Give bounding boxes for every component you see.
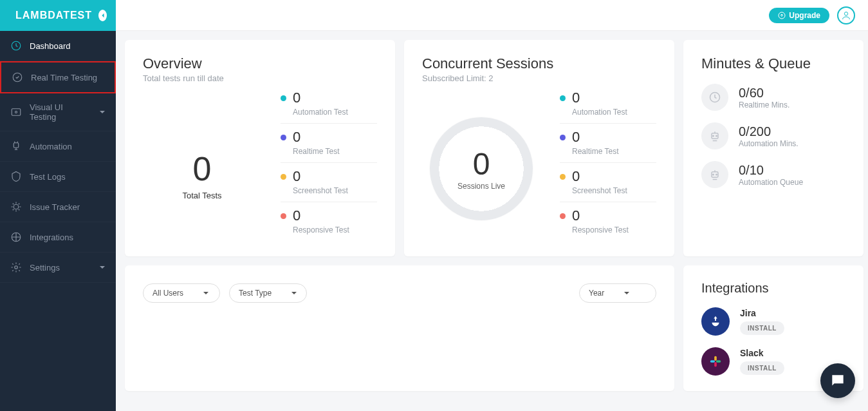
queue-icon bbox=[701, 161, 728, 188]
metric-dot bbox=[560, 135, 566, 140]
metric-value: 0 bbox=[293, 90, 300, 106]
upgrade-icon bbox=[778, 12, 786, 19]
metric-value: 0 bbox=[572, 129, 580, 146]
jira-icon bbox=[701, 307, 730, 336]
svg-rect-19 bbox=[714, 362, 717, 367]
sidebar-item-label: Dashboard bbox=[30, 41, 71, 51]
sidebar-item-dashboard[interactable]: Dashboard bbox=[0, 31, 116, 61]
chat-fab[interactable] bbox=[820, 363, 855, 398]
sidebar-item-visual-ui[interactable]: Visual UI Testing bbox=[0, 93, 116, 131]
svg-point-13 bbox=[716, 135, 717, 137]
minutes-item-automation: 0/200 Automation Mins. bbox=[701, 122, 845, 149]
minutes-label: Automation Queue bbox=[739, 178, 803, 187]
metric-screenshot: 0 Screenshot Test bbox=[281, 168, 377, 202]
minutes-item-queue: 0/10 Automation Queue bbox=[701, 161, 845, 188]
chat-icon bbox=[829, 372, 846, 389]
integration-name: Slack bbox=[740, 348, 784, 358]
metric-dot bbox=[560, 174, 566, 180]
chevron-down-icon bbox=[623, 290, 630, 296]
sidebar-item-test-logs[interactable]: Test Logs bbox=[0, 162, 116, 192]
metric-label: Realtime Test bbox=[572, 147, 656, 156]
svg-rect-18 bbox=[710, 360, 715, 363]
sidebar-item-label: Visual UI Testing bbox=[30, 102, 91, 122]
metric-responsive: 0 Responsive Test bbox=[281, 207, 377, 241]
metric-label: Screenshot Test bbox=[293, 186, 377, 195]
metric-dot bbox=[281, 95, 286, 101]
minutes-item-realtime: 0/60 Realtime Mins. bbox=[701, 84, 845, 111]
sidebar-item-label: Real Time Testing bbox=[31, 73, 97, 82]
metric-value: 0 bbox=[293, 168, 300, 185]
metric-dot bbox=[281, 135, 286, 140]
minutes-card: Minutes & Queue 0/60 Realtime Mins. 0/20… bbox=[683, 40, 863, 256]
topbar: Upgrade bbox=[116, 0, 868, 31]
sidebar-item-automation[interactable]: Automation bbox=[0, 131, 116, 162]
sidebar-collapse-icon[interactable] bbox=[98, 10, 107, 21]
metric-realtime: 0 Realtime Test bbox=[281, 129, 377, 163]
donut-value: 0 bbox=[473, 146, 490, 182]
metric-value: 0 bbox=[293, 207, 300, 224]
metric-dot bbox=[560, 213, 566, 219]
sidebar-item-issue-tracker[interactable]: Issue Tracker bbox=[0, 192, 116, 222]
realtime-icon bbox=[12, 72, 23, 83]
robot-icon bbox=[701, 122, 728, 149]
install-button-slack[interactable]: INSTALL bbox=[740, 361, 784, 375]
filter-users-label: All Users bbox=[152, 289, 183, 298]
metric-dot bbox=[560, 95, 566, 101]
minutes-value: 0/10 bbox=[739, 163, 803, 178]
dashboard-icon bbox=[10, 40, 22, 52]
svg-point-7 bbox=[15, 266, 18, 269]
metric-automation: 0 Automation Test bbox=[560, 90, 656, 124]
filter-users[interactable]: All Users bbox=[143, 283, 220, 303]
upgrade-label: Upgrade bbox=[789, 11, 820, 20]
metric-dot bbox=[281, 213, 286, 219]
concurrent-title: Concurrent Sessions bbox=[422, 55, 656, 72]
issue-tracker-icon bbox=[10, 201, 22, 213]
overview-subtitle: Total tests run till date bbox=[143, 73, 377, 83]
sidebar-item-integrations[interactable]: Integrations bbox=[0, 222, 116, 253]
metric-dot bbox=[281, 174, 286, 180]
integrations-title: Integrations bbox=[701, 281, 845, 296]
overview-total: 0 Total Tests bbox=[143, 90, 261, 241]
overview-total-label: Total Tests bbox=[182, 191, 221, 200]
metric-label: Automation Test bbox=[572, 108, 656, 117]
svg-point-3 bbox=[15, 111, 17, 113]
concurrent-metrics: 0 Automation Test 0 Realtime Test 0 Scre… bbox=[560, 90, 656, 241]
metric-label: Automation Test bbox=[293, 108, 377, 117]
svg-point-12 bbox=[713, 135, 714, 137]
svg-point-5 bbox=[14, 204, 19, 209]
sidebar-item-realtime[interactable]: Real Time Testing bbox=[0, 61, 116, 93]
metric-responsive: 0 Responsive Test bbox=[560, 207, 656, 241]
user-avatar[interactable] bbox=[837, 6, 855, 24]
sidebar: LAMBDATEST Dashboard Real Time Testing V… bbox=[0, 0, 116, 411]
svg-rect-20 bbox=[716, 360, 721, 363]
metric-value: 0 bbox=[572, 207, 580, 224]
overview-card: Overview Total tests run till date 0 Tot… bbox=[125, 40, 395, 256]
svg-point-15 bbox=[713, 174, 714, 175]
filter-year-label: Year bbox=[589, 289, 604, 298]
brand-header: LAMBDATEST bbox=[0, 0, 116, 31]
sidebar-item-label: Issue Tracker bbox=[30, 202, 80, 212]
chevron-down-icon bbox=[99, 263, 106, 272]
sidebar-item-settings[interactable]: Settings bbox=[0, 253, 116, 283]
filter-test-type[interactable]: Test Type bbox=[229, 283, 307, 303]
metric-value: 0 bbox=[293, 129, 300, 146]
filter-card: All Users Test Type Year bbox=[125, 265, 674, 391]
install-button-jira[interactable]: INSTALL bbox=[740, 321, 784, 335]
overview-total-value: 0 bbox=[193, 149, 212, 188]
upgrade-button[interactable]: Upgrade bbox=[769, 8, 829, 23]
sidebar-item-label: Test Logs bbox=[30, 172, 66, 182]
svg-rect-2 bbox=[12, 109, 21, 116]
minutes-title: Minutes & Queue bbox=[701, 55, 845, 72]
sidebar-item-label: Automation bbox=[30, 142, 72, 151]
chevron-down-icon bbox=[203, 290, 209, 296]
chevron-down-icon bbox=[99, 108, 106, 117]
metric-value: 0 bbox=[572, 168, 580, 185]
sessions-donut: 0 Sessions Live bbox=[422, 90, 540, 241]
sidebar-item-label: Integrations bbox=[30, 233, 73, 242]
chevron-down-icon bbox=[291, 290, 297, 296]
visual-ui-icon bbox=[10, 106, 22, 118]
metric-label: Responsive Test bbox=[293, 225, 377, 234]
metric-value: 0 bbox=[572, 90, 580, 106]
filter-test-type-label: Test Type bbox=[239, 289, 272, 298]
filter-year[interactable]: Year bbox=[579, 283, 656, 303]
